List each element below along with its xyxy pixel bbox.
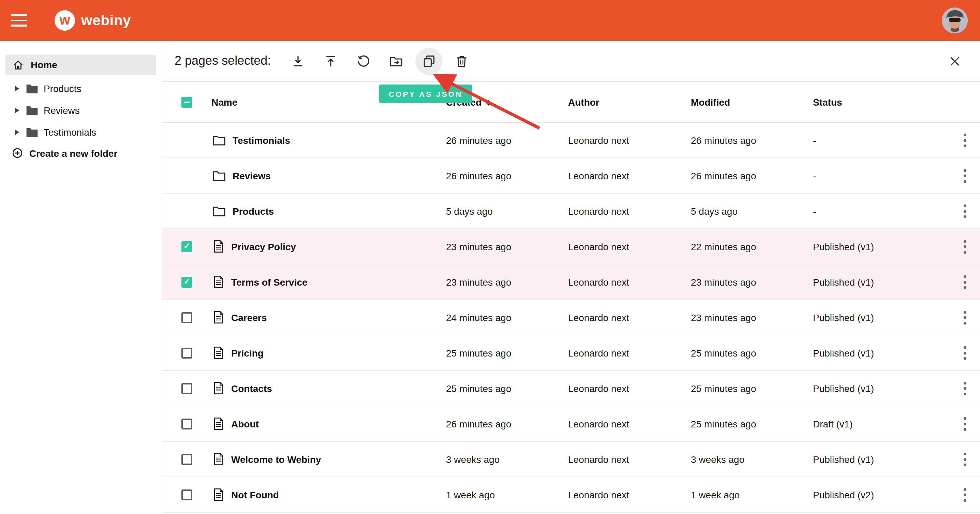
copy-as-json-tooltip: COPY AS JSON bbox=[379, 84, 472, 103]
row-name[interactable]: Terms of Service bbox=[231, 276, 307, 287]
row-menu-icon[interactable] bbox=[963, 274, 967, 289]
copy-icon[interactable] bbox=[415, 48, 442, 75]
page-icon bbox=[213, 311, 224, 324]
expand-caret-icon[interactable] bbox=[14, 128, 21, 136]
sidebar-item-products[interactable]: Products bbox=[0, 78, 162, 100]
top-bar: w webiny bbox=[0, 0, 980, 41]
row-status: Published (v1) bbox=[813, 276, 950, 287]
row-author: Leonardo next bbox=[568, 312, 691, 323]
create-folder-button[interactable]: Create a new folder bbox=[0, 147, 162, 159]
column-header-status[interactable]: Status bbox=[813, 97, 842, 107]
main-content: 2 pages selected: bbox=[162, 41, 980, 514]
page-icon bbox=[213, 417, 224, 430]
selection-toolbar: 2 pages selected: bbox=[162, 41, 980, 82]
row-checkbox[interactable] bbox=[181, 312, 192, 323]
row-author: Leonardo next bbox=[568, 135, 691, 146]
row-name[interactable]: Pricing bbox=[231, 347, 264, 358]
row-author: Leonardo next bbox=[568, 276, 691, 287]
sort-desc-icon[interactable] bbox=[484, 98, 493, 107]
row-author: Leonardo next bbox=[568, 241, 691, 252]
table-row[interactable]: Products 5 days ago Leonardo next 5 days… bbox=[162, 194, 980, 229]
row-checkbox[interactable] bbox=[181, 241, 192, 252]
row-name[interactable]: Testimonials bbox=[232, 135, 290, 146]
row-menu-icon[interactable] bbox=[963, 452, 967, 466]
row-checkbox[interactable] bbox=[181, 454, 192, 465]
row-name[interactable]: Products bbox=[232, 206, 274, 216]
folder-icon bbox=[26, 127, 38, 137]
row-menu-icon[interactable] bbox=[963, 203, 967, 219]
page-icon bbox=[213, 382, 224, 395]
move-to-folder-icon[interactable] bbox=[388, 53, 404, 69]
hamburger-menu-icon[interactable] bbox=[11, 14, 27, 27]
app-window: w webiny Home bbox=[0, 0, 980, 514]
row-created: 25 minutes ago bbox=[446, 383, 568, 394]
row-name[interactable]: Not Found bbox=[231, 489, 279, 500]
column-header-author[interactable]: Author bbox=[568, 97, 600, 107]
row-created: 3 weeks ago bbox=[446, 454, 568, 465]
row-menu-icon[interactable] bbox=[963, 416, 967, 431]
column-header-modified[interactable]: Modified bbox=[691, 97, 730, 107]
sidebar-item-reviews[interactable]: Reviews bbox=[0, 100, 162, 121]
row-name[interactable]: Welcome to Webiny bbox=[231, 454, 321, 465]
row-checkbox[interactable] bbox=[181, 347, 192, 358]
row-menu-icon[interactable] bbox=[963, 133, 967, 148]
table-row[interactable]: Terms of Service 23 minutes ago Leonardo… bbox=[162, 265, 980, 300]
row-created: 26 minutes ago bbox=[446, 170, 568, 181]
row-created: 23 minutes ago bbox=[446, 276, 568, 287]
sidebar-item-testimonials[interactable]: Testimonials bbox=[0, 121, 162, 143]
row-menu-icon[interactable] bbox=[963, 239, 967, 254]
table-row[interactable]: Careers 24 minutes ago Leonardo next 23 … bbox=[162, 300, 980, 335]
row-created: 1 week ago bbox=[446, 489, 568, 500]
row-status: - bbox=[813, 170, 950, 181]
plus-circle-icon bbox=[11, 147, 23, 159]
home-icon bbox=[12, 59, 24, 71]
row-author: Leonardo next bbox=[568, 383, 691, 394]
user-avatar[interactable] bbox=[942, 8, 968, 33]
sidebar-item-label: Reviews bbox=[44, 105, 80, 116]
row-modified: 25 minutes ago bbox=[691, 347, 813, 358]
restore-icon[interactable] bbox=[355, 53, 372, 69]
select-all-checkbox[interactable] bbox=[181, 97, 192, 107]
row-status: Published (v1) bbox=[813, 312, 950, 323]
row-menu-icon[interactable] bbox=[963, 345, 967, 360]
close-icon[interactable] bbox=[947, 53, 963, 69]
row-modified: 26 minutes ago bbox=[691, 170, 813, 181]
row-name[interactable]: Privacy Policy bbox=[231, 241, 296, 252]
table-row[interactable]: Contacts 25 minutes ago Leonardo next 25… bbox=[162, 371, 980, 406]
table-row[interactable]: Pricing 25 minutes ago Leonardo next 25 … bbox=[162, 335, 980, 371]
table-row[interactable]: Not Found 1 week ago Leonardo next 1 wee… bbox=[162, 477, 980, 512]
row-status: Draft (v1) bbox=[813, 418, 950, 429]
row-name[interactable]: Careers bbox=[231, 312, 267, 323]
column-header-name[interactable]: Name bbox=[212, 97, 237, 107]
expand-caret-icon[interactable] bbox=[14, 84, 21, 93]
row-menu-icon[interactable] bbox=[963, 487, 967, 502]
row-checkbox[interactable] bbox=[181, 276, 192, 287]
row-modified: 23 minutes ago bbox=[691, 312, 813, 323]
row-checkbox[interactable] bbox=[181, 489, 192, 500]
row-checkbox[interactable] bbox=[181, 418, 192, 429]
create-folder-label: Create a new folder bbox=[29, 148, 117, 159]
row-menu-icon[interactable] bbox=[963, 310, 967, 325]
sidebar-item-home[interactable]: Home bbox=[5, 54, 156, 75]
delete-icon[interactable] bbox=[453, 53, 470, 69]
row-name[interactable]: Contacts bbox=[231, 383, 272, 394]
table-row[interactable]: About 26 minutes ago Leonardo next 25 mi… bbox=[162, 406, 980, 442]
table-row[interactable]: Reviews 26 minutes ago Leonardo next 26 … bbox=[162, 158, 980, 194]
download-icon[interactable] bbox=[290, 53, 306, 69]
folder-icon bbox=[213, 135, 226, 146]
webiny-logo-icon: w bbox=[54, 10, 75, 31]
table-row[interactable]: Testimonials 26 minutes ago Leonardo nex… bbox=[162, 123, 980, 158]
row-menu-icon[interactable] bbox=[963, 168, 967, 183]
row-name[interactable]: Reviews bbox=[232, 170, 271, 181]
row-name[interactable]: About bbox=[231, 418, 259, 429]
export-icon[interactable] bbox=[323, 53, 339, 69]
row-status: - bbox=[813, 206, 950, 216]
row-status: Published (v1) bbox=[813, 454, 950, 465]
row-created: 23 minutes ago bbox=[446, 241, 568, 252]
expand-caret-icon[interactable] bbox=[14, 106, 21, 114]
row-menu-icon[interactable] bbox=[963, 381, 967, 396]
table-row[interactable]: Welcome to Webiny 3 weeks ago Leonardo n… bbox=[162, 442, 980, 477]
table-row[interactable]: Privacy Policy 23 minutes ago Leonardo n… bbox=[162, 229, 980, 265]
brand[interactable]: w webiny bbox=[54, 10, 131, 31]
row-checkbox[interactable] bbox=[181, 383, 192, 394]
